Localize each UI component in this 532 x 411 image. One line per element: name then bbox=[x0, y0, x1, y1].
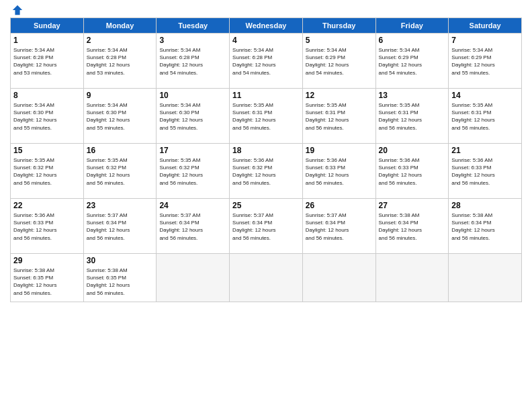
calendar-cell: 5Sunrise: 5:34 AM Sunset: 6:29 PM Daylig… bbox=[302, 34, 375, 89]
day-number: 16 bbox=[87, 146, 154, 155]
calendar-header-saturday: Saturday bbox=[449, 18, 522, 34]
day-info: Sunrise: 5:38 AM Sunset: 6:34 PM Dayligh… bbox=[379, 212, 446, 242]
day-number: 14 bbox=[451, 91, 519, 100]
calendar-header-tuesday: Tuesday bbox=[157, 18, 230, 34]
day-number: 27 bbox=[379, 201, 446, 210]
day-number: 19 bbox=[306, 146, 373, 155]
calendar-cell: 7Sunrise: 5:34 AM Sunset: 6:29 PM Daylig… bbox=[449, 34, 522, 89]
calendar-header-row: SundayMondayTuesdayWednesdayThursdayFrid… bbox=[11, 18, 522, 34]
calendar-cell: 3Sunrise: 5:34 AM Sunset: 6:28 PM Daylig… bbox=[157, 34, 230, 89]
calendar-week-1: 1Sunrise: 5:34 AM Sunset: 6:28 PM Daylig… bbox=[11, 34, 522, 89]
calendar-cell: 8Sunrise: 5:34 AM Sunset: 6:30 PM Daylig… bbox=[11, 89, 84, 144]
calendar-cell: 27Sunrise: 5:38 AM Sunset: 6:34 PM Dayli… bbox=[375, 199, 449, 254]
day-number: 21 bbox=[451, 146, 519, 155]
day-number: 23 bbox=[87, 201, 154, 210]
day-number: 20 bbox=[379, 146, 446, 155]
day-info: Sunrise: 5:34 AM Sunset: 6:28 PM Dayligh… bbox=[13, 46, 81, 77]
calendar-cell: 22Sunrise: 5:36 AM Sunset: 6:33 PM Dayli… bbox=[11, 199, 84, 254]
day-number: 8 bbox=[13, 91, 81, 100]
day-info: Sunrise: 5:35 AM Sunset: 6:31 PM Dayligh… bbox=[232, 101, 300, 132]
calendar-cell: 13Sunrise: 5:35 AM Sunset: 6:31 PM Dayli… bbox=[375, 89, 449, 144]
calendar-header-thursday: Thursday bbox=[302, 18, 375, 34]
calendar-cell: 29Sunrise: 5:38 AM Sunset: 6:35 PM Dayli… bbox=[11, 254, 84, 302]
day-number: 26 bbox=[306, 201, 373, 210]
day-info: Sunrise: 5:36 AM Sunset: 6:32 PM Dayligh… bbox=[232, 156, 300, 187]
svg-marker-0 bbox=[13, 5, 22, 15]
logo-icon bbox=[11, 4, 24, 16]
day-info: Sunrise: 5:34 AM Sunset: 6:29 PM Dayligh… bbox=[379, 46, 446, 77]
day-info: Sunrise: 5:36 AM Sunset: 6:33 PM Dayligh… bbox=[306, 156, 373, 187]
calendar-cell bbox=[302, 254, 375, 302]
calendar-cell: 23Sunrise: 5:37 AM Sunset: 6:34 PM Dayli… bbox=[83, 199, 157, 254]
day-number: 6 bbox=[379, 36, 446, 45]
day-info: Sunrise: 5:34 AM Sunset: 6:30 PM Dayligh… bbox=[87, 101, 154, 132]
calendar-week-2: 8Sunrise: 5:34 AM Sunset: 6:30 PM Daylig… bbox=[11, 89, 522, 144]
day-number: 7 bbox=[451, 36, 519, 45]
day-number: 15 bbox=[13, 146, 81, 155]
calendar-cell: 24Sunrise: 5:37 AM Sunset: 6:34 PM Dayli… bbox=[157, 199, 230, 254]
day-number: 12 bbox=[306, 91, 373, 100]
day-number: 2 bbox=[87, 36, 154, 45]
calendar-cell: 4Sunrise: 5:34 AM Sunset: 6:28 PM Daylig… bbox=[230, 34, 303, 89]
day-info: Sunrise: 5:34 AM Sunset: 6:30 PM Dayligh… bbox=[13, 101, 81, 132]
calendar-cell: 14Sunrise: 5:35 AM Sunset: 6:31 PM Dayli… bbox=[449, 89, 522, 144]
day-info: Sunrise: 5:34 AM Sunset: 6:29 PM Dayligh… bbox=[451, 46, 519, 77]
calendar-cell: 17Sunrise: 5:35 AM Sunset: 6:32 PM Dayli… bbox=[157, 144, 230, 199]
calendar-header-wednesday: Wednesday bbox=[230, 18, 303, 34]
day-info: Sunrise: 5:35 AM Sunset: 6:32 PM Dayligh… bbox=[87, 156, 154, 187]
day-info: Sunrise: 5:35 AM Sunset: 6:31 PM Dayligh… bbox=[379, 101, 446, 132]
day-number: 9 bbox=[87, 91, 154, 100]
day-info: Sunrise: 5:37 AM Sunset: 6:34 PM Dayligh… bbox=[232, 212, 300, 242]
day-number: 28 bbox=[451, 201, 519, 210]
calendar-week-4: 22Sunrise: 5:36 AM Sunset: 6:33 PM Dayli… bbox=[11, 199, 522, 254]
day-info: Sunrise: 5:35 AM Sunset: 6:32 PM Dayligh… bbox=[159, 156, 226, 187]
calendar-cell: 21Sunrise: 5:36 AM Sunset: 6:33 PM Dayli… bbox=[449, 144, 522, 199]
day-info: Sunrise: 5:34 AM Sunset: 6:30 PM Dayligh… bbox=[159, 101, 226, 132]
day-info: Sunrise: 5:34 AM Sunset: 6:29 PM Dayligh… bbox=[306, 46, 373, 77]
calendar-cell bbox=[157, 254, 230, 302]
calendar-cell: 19Sunrise: 5:36 AM Sunset: 6:33 PM Dayli… bbox=[302, 144, 375, 199]
day-number: 5 bbox=[306, 36, 373, 45]
calendar-cell: 11Sunrise: 5:35 AM Sunset: 6:31 PM Dayli… bbox=[230, 89, 303, 144]
calendar-cell: 9Sunrise: 5:34 AM Sunset: 6:30 PM Daylig… bbox=[83, 89, 157, 144]
day-info: Sunrise: 5:38 AM Sunset: 6:34 PM Dayligh… bbox=[451, 212, 519, 242]
day-number: 25 bbox=[232, 201, 300, 210]
calendar-cell bbox=[449, 254, 522, 302]
calendar-cell: 10Sunrise: 5:34 AM Sunset: 6:30 PM Dayli… bbox=[157, 89, 230, 144]
calendar-cell: 28Sunrise: 5:38 AM Sunset: 6:34 PM Dayli… bbox=[449, 199, 522, 254]
calendar-cell: 16Sunrise: 5:35 AM Sunset: 6:32 PM Dayli… bbox=[83, 144, 157, 199]
calendar-page: SundayMondayTuesdayWednesdayThursdayFrid… bbox=[0, 0, 532, 411]
calendar-cell: 2Sunrise: 5:34 AM Sunset: 6:28 PM Daylig… bbox=[83, 34, 157, 89]
day-info: Sunrise: 5:38 AM Sunset: 6:35 PM Dayligh… bbox=[87, 267, 154, 297]
calendar-cell: 18Sunrise: 5:36 AM Sunset: 6:32 PM Dayli… bbox=[230, 144, 303, 199]
calendar-week-3: 15Sunrise: 5:35 AM Sunset: 6:32 PM Dayli… bbox=[11, 144, 522, 199]
day-info: Sunrise: 5:36 AM Sunset: 6:33 PM Dayligh… bbox=[379, 156, 446, 187]
calendar-header-sunday: Sunday bbox=[11, 18, 84, 34]
calendar-header-friday: Friday bbox=[375, 18, 449, 34]
day-number: 1 bbox=[13, 36, 81, 45]
calendar-week-5: 29Sunrise: 5:38 AM Sunset: 6:35 PM Dayli… bbox=[11, 254, 522, 302]
day-number: 22 bbox=[13, 201, 81, 210]
logo bbox=[10, 7, 24, 13]
day-info: Sunrise: 5:37 AM Sunset: 6:34 PM Dayligh… bbox=[306, 212, 373, 242]
calendar-cell: 20Sunrise: 5:36 AM Sunset: 6:33 PM Dayli… bbox=[375, 144, 449, 199]
day-number: 17 bbox=[159, 146, 226, 155]
calendar-cell: 25Sunrise: 5:37 AM Sunset: 6:34 PM Dayli… bbox=[230, 199, 303, 254]
day-number: 18 bbox=[232, 146, 300, 155]
day-info: Sunrise: 5:34 AM Sunset: 6:28 PM Dayligh… bbox=[159, 46, 226, 77]
day-info: Sunrise: 5:36 AM Sunset: 6:33 PM Dayligh… bbox=[13, 212, 81, 242]
day-number: 29 bbox=[13, 256, 81, 265]
day-info: Sunrise: 5:34 AM Sunset: 6:28 PM Dayligh… bbox=[87, 46, 154, 77]
calendar-cell: 30Sunrise: 5:38 AM Sunset: 6:35 PM Dayli… bbox=[83, 254, 157, 302]
calendar-table: SundayMondayTuesdayWednesdayThursdayFrid… bbox=[10, 17, 522, 302]
calendar-cell: 1Sunrise: 5:34 AM Sunset: 6:28 PM Daylig… bbox=[11, 34, 84, 89]
day-info: Sunrise: 5:35 AM Sunset: 6:31 PM Dayligh… bbox=[451, 101, 519, 132]
day-number: 11 bbox=[232, 91, 300, 100]
day-number: 30 bbox=[87, 256, 154, 265]
day-number: 13 bbox=[379, 91, 446, 100]
day-info: Sunrise: 5:35 AM Sunset: 6:31 PM Dayligh… bbox=[306, 101, 373, 132]
day-number: 10 bbox=[159, 91, 226, 100]
calendar-cell bbox=[375, 254, 449, 302]
calendar-cell: 26Sunrise: 5:37 AM Sunset: 6:34 PM Dayli… bbox=[302, 199, 375, 254]
day-info: Sunrise: 5:35 AM Sunset: 6:32 PM Dayligh… bbox=[13, 156, 81, 187]
